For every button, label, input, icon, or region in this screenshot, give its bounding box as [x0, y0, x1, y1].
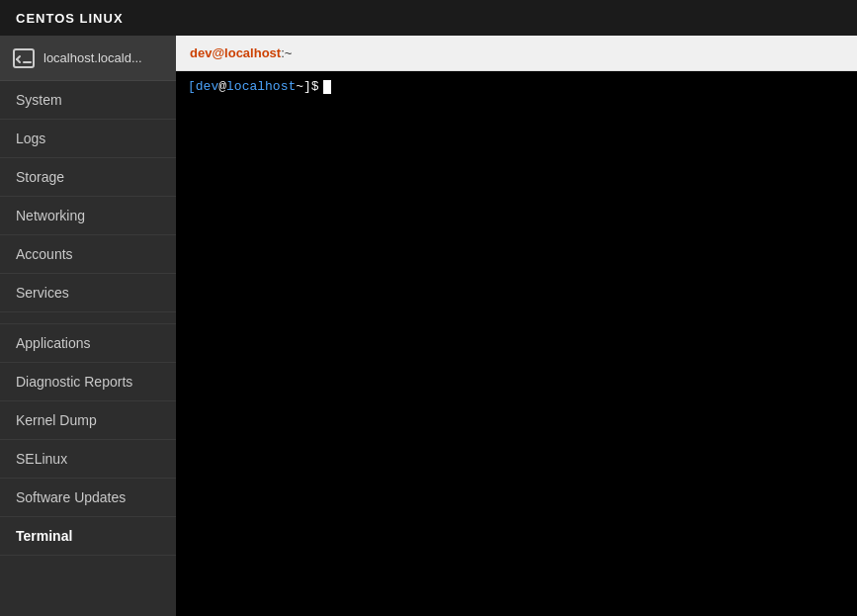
sidebar-item-kernel-dump[interactable]: Kernel Dump — [0, 401, 176, 440]
main-area: localhost.locald... System Logs Storage … — [0, 36, 857, 616]
sidebar-header[interactable]: localhost.locald... — [0, 36, 176, 81]
sidebar-item-logs[interactable]: Logs — [0, 120, 176, 158]
topbar-title: CENTOS LINUX — [16, 11, 124, 26]
prompt-dollar: ]$ — [303, 79, 319, 94]
sidebar-divider — [0, 312, 176, 324]
terminal-prompt-line: [dev@localhost ~]$ — [188, 79, 845, 94]
sidebar-item-storage[interactable]: Storage — [0, 158, 176, 197]
sidebar-item-services[interactable]: Services — [0, 274, 176, 312]
terminal-body[interactable]: [dev@localhost ~]$ — [176, 71, 857, 616]
sidebar: localhost.locald... System Logs Storage … — [0, 36, 176, 616]
sidebar-item-diagnostic-reports[interactable]: Diagnostic Reports — [0, 363, 176, 401]
terminal-icon — [12, 46, 36, 70]
sidebar-item-accounts[interactable]: Accounts — [0, 235, 176, 274]
prompt-user: [dev — [188, 79, 218, 94]
terminal-cursor — [323, 80, 331, 94]
sidebar-item-system[interactable]: System — [0, 81, 176, 120]
sidebar-item-applications[interactable]: Applications — [0, 324, 176, 363]
sidebar-item-networking[interactable]: Networking — [0, 197, 176, 235]
sidebar-hostname: localhost.locald... — [43, 50, 142, 65]
sidebar-item-terminal[interactable]: Terminal — [0, 517, 176, 556]
svg-line-2 — [17, 59, 20, 62]
topbar: CENTOS LINUX — [0, 0, 857, 36]
terminal-titlebar: dev@localhost:~ — [176, 36, 857, 71]
terminal-title-user: dev@localhost — [190, 45, 281, 60]
prompt-path: ~ — [296, 79, 303, 94]
sidebar-item-software-updates[interactable]: Software Updates — [0, 479, 176, 517]
terminal-title-path: :~ — [281, 45, 292, 60]
prompt-at: @ — [218, 79, 226, 94]
content-area: dev@localhost:~ [dev@localhost ~]$ — [176, 36, 857, 616]
sidebar-item-selinux[interactable]: SELinux — [0, 440, 176, 479]
prompt-host: localhost — [226, 79, 296, 94]
